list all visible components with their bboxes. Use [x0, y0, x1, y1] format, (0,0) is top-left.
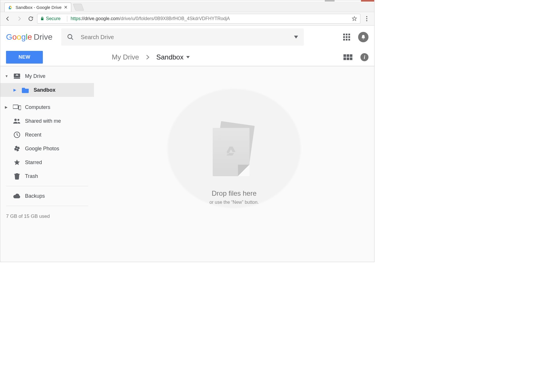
drive-triangle-icon — [225, 147, 237, 157]
breadcrumb-current-label: Sandbox — [156, 53, 184, 61]
shared-icon — [13, 118, 21, 124]
browser-menu-button[interactable] — [362, 14, 372, 24]
url-separator — [67, 16, 67, 22]
empty-title: Drop files here — [212, 189, 256, 197]
sidebar-label: Recent — [25, 132, 41, 138]
sidebar-divider — [6, 206, 88, 206]
nav-back-button[interactable] — [3, 14, 13, 24]
search-options-dropdown-icon[interactable] — [294, 36, 298, 39]
trash-icon — [13, 173, 21, 180]
drive-toolbar: NEW My Drive Sandbox i — [0, 49, 374, 66]
tab-title: Sandbox - Google Drive — [16, 5, 62, 10]
browser-window: Sandbox - Google Drive ✕ Secure https://… — [0, 0, 375, 262]
chevron-right-icon — [146, 55, 149, 60]
breadcrumb-root[interactable]: My Drive — [112, 53, 139, 61]
google-apps-icon[interactable] — [343, 34, 350, 41]
svg-point-5 — [366, 20, 367, 21]
svg-rect-8 — [14, 78, 20, 79]
sidebar-label: Shared with me — [25, 118, 61, 124]
toolbar-right: i — [343, 53, 368, 61]
empty-illustration — [210, 123, 259, 184]
sidebar-item-computers[interactable]: ▶ Computers — [0, 100, 94, 114]
secure-label: Secure — [46, 16, 61, 21]
sidebar-label: Computers — [25, 104, 50, 110]
expand-arrow-icon[interactable]: ▶ — [5, 105, 9, 109]
breadcrumb-current[interactable]: Sandbox — [156, 53, 190, 61]
sidebar-label: Starred — [25, 160, 42, 166]
sidebar-item-backups[interactable]: Backups — [0, 189, 94, 203]
sidebar-label: Google Photos — [25, 146, 59, 152]
sidebar-divider — [6, 186, 88, 186]
svg-point-4 — [366, 18, 367, 19]
address-bar: Secure https://drive.google.com/drive/u/… — [0, 12, 374, 26]
new-tab-button[interactable] — [73, 4, 84, 11]
collapse-arrow-icon[interactable]: ▼ — [5, 74, 9, 78]
lock-icon — [40, 16, 44, 21]
tab-close-icon[interactable]: ✕ — [64, 5, 68, 10]
search-icon — [67, 34, 74, 41]
sidebar-label: Sandbox — [34, 87, 55, 93]
sidebar-item-shared[interactable]: Shared with me — [0, 114, 94, 128]
new-button[interactable]: NEW — [6, 51, 43, 64]
sidebar: ▼ My Drive ▶ Sandbox ▶ Computers — [0, 66, 94, 262]
google-drive-logo[interactable]: Google Drive — [6, 32, 53, 42]
url-text: https://drive.google.com/drive/u/0/folde… — [71, 16, 349, 21]
sidebar-item-my-drive[interactable]: ▼ My Drive — [0, 69, 94, 83]
photos-icon — [13, 145, 21, 152]
main-content[interactable]: Drop files here or use the “New” button. — [94, 66, 374, 262]
url-omnibox[interactable]: Secure https://drive.google.com/drive/u/… — [37, 14, 360, 24]
nav-reload-button[interactable] — [26, 14, 36, 24]
sidebar-item-sandbox[interactable]: ▶ Sandbox — [0, 83, 94, 97]
url-path: /drive/u/0/folders/0B9X8BrfHOB_4SkdrVDFH… — [120, 16, 230, 21]
expand-arrow-icon[interactable]: ▶ — [14, 88, 18, 92]
cloud-icon — [13, 193, 21, 199]
browser-tab[interactable]: Sandbox - Google Drive ✕ — [4, 3, 71, 12]
svg-point-12 — [18, 119, 19, 121]
svg-rect-10 — [19, 106, 21, 110]
drive-header: Google Drive — [0, 26, 374, 49]
sidebar-label: My Drive — [25, 73, 45, 79]
star-icon — [13, 159, 21, 166]
empty-subtitle: or use the “New” button. — [210, 200, 259, 205]
storage-usage[interactable]: 7 GB of 15 GB used — [0, 209, 94, 224]
sidebar-item-photos[interactable]: Google Photos — [0, 142, 94, 155]
bell-icon — [361, 34, 366, 40]
view-grid-icon[interactable] — [343, 54, 352, 60]
svg-point-6 — [68, 34, 72, 39]
nav-forward-button[interactable] — [14, 14, 24, 24]
drive-body: ▼ My Drive ▶ Sandbox ▶ Computers — [0, 66, 374, 262]
sidebar-label: Backups — [25, 193, 45, 199]
secure-indicator: Secure — [40, 16, 61, 21]
search-input[interactable] — [81, 34, 287, 41]
svg-point-11 — [14, 119, 17, 121]
search-bar[interactable] — [61, 28, 304, 46]
header-actions — [343, 32, 368, 42]
chevron-down-icon — [186, 56, 190, 58]
sidebar-item-recent[interactable]: Recent — [0, 128, 94, 142]
sidebar-label: Trash — [25, 173, 38, 179]
notifications-button[interactable] — [358, 32, 368, 42]
details-button[interactable]: i — [360, 53, 368, 61]
svg-rect-9 — [13, 105, 18, 109]
url-host: ://drive.google.com — [80, 16, 119, 21]
svg-point-3 — [366, 16, 367, 17]
svg-rect-7 — [14, 74, 20, 78]
drive-product-name: Drive — [34, 32, 52, 42]
tab-strip: Sandbox - Google Drive ✕ — [0, 1, 374, 12]
folder-icon — [22, 87, 30, 93]
clock-icon — [13, 131, 21, 138]
devices-icon — [13, 104, 21, 110]
drive-favicon — [8, 5, 13, 10]
url-scheme: https — [71, 16, 81, 21]
sidebar-item-trash[interactable]: Trash — [0, 169, 94, 183]
drive-device-icon — [13, 73, 21, 79]
breadcrumb: My Drive Sandbox — [112, 53, 190, 61]
bookmark-star-icon[interactable] — [352, 16, 357, 22]
sidebar-item-starred[interactable]: Starred — [0, 155, 94, 169]
